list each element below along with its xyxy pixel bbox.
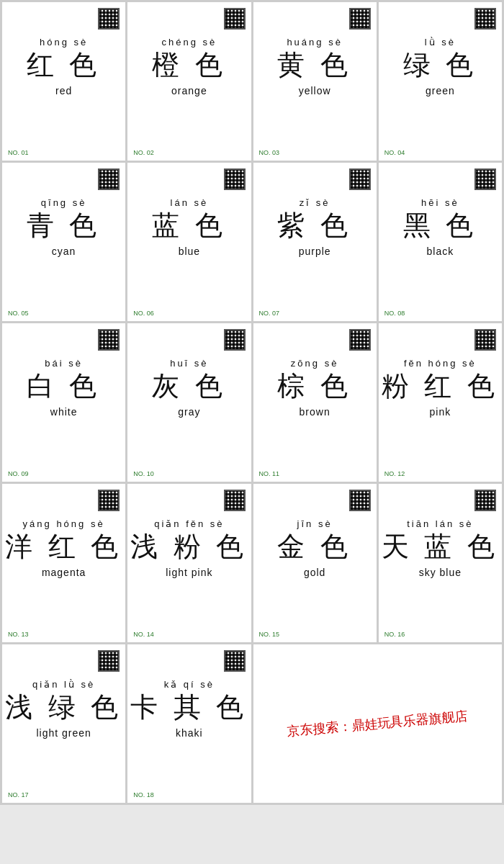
- color-card-13: yáng hóng sè 洋 红 色 magenta NO. 13: [2, 484, 125, 642]
- pinyin-text: jīn sè: [297, 518, 333, 529]
- card-number: NO. 02: [133, 149, 154, 156]
- qr-code: [224, 329, 246, 351]
- hanzi-text: 浅 绿 色: [5, 693, 122, 723]
- pinyin-text: kǎ qí sè: [164, 679, 215, 690]
- hanzi-text: 金 色: [277, 532, 352, 562]
- qr-code: [474, 329, 496, 351]
- card-number: NO. 01: [8, 149, 29, 156]
- english-text: light green: [36, 727, 91, 739]
- color-card-15: jīn sè 金 色 gold NO. 15: [253, 484, 377, 642]
- qr-code: [98, 650, 120, 672]
- color-card-5: qīng sè 青 色 cyan NO. 05: [2, 163, 125, 321]
- english-text: red: [55, 85, 72, 96]
- pinyin-text: zǐ sè: [300, 197, 330, 208]
- qr-code: [349, 490, 371, 511]
- qr-code: [98, 490, 120, 511]
- color-card-11: zōng sè 棕 色 brown NO. 11: [253, 323, 377, 482]
- pinyin-text: huī sè: [170, 358, 208, 369]
- qr-code: [224, 8, 246, 30]
- card-number: NO. 15: [259, 631, 280, 638]
- qr-code: [98, 8, 120, 30]
- hanzi-text: 红 色: [27, 50, 102, 81]
- english-text: light pink: [166, 567, 212, 578]
- color-card-6: lán sè 蓝 色 blue NO. 06: [127, 163, 251, 321]
- hanzi-text: 白 色: [27, 372, 102, 402]
- color-card-7: zǐ sè 紫 色 purple NO. 07: [253, 163, 377, 321]
- english-text: black: [427, 246, 454, 257]
- qr-code: [98, 168, 120, 190]
- card-number: NO. 11: [259, 470, 280, 477]
- card-number: NO. 14: [133, 631, 154, 638]
- color-card-12: fěn hóng sè 粉 红 色 pink NO. 12: [379, 323, 502, 482]
- pinyin-text: fěn hóng sè: [404, 358, 477, 369]
- english-text: cyan: [52, 246, 76, 257]
- english-text: green: [426, 85, 455, 96]
- hanzi-text: 卡 其 色: [130, 693, 248, 723]
- qr-code: [349, 168, 371, 190]
- pinyin-text: bái sè: [45, 358, 83, 369]
- color-card-18: kǎ qí sè 卡 其 色 khaki NO. 18: [127, 644, 251, 803]
- english-text: orange: [171, 85, 207, 96]
- pinyin-text: yáng hóng sè: [23, 518, 105, 529]
- pinyin-text: zōng sè: [291, 358, 339, 369]
- pinyin-text: lán sè: [171, 197, 209, 208]
- hanzi-text: 天 蓝 色: [382, 532, 499, 562]
- card-number: NO. 07: [259, 310, 280, 317]
- card-number: NO. 04: [384, 149, 405, 156]
- card-number: NO. 16: [384, 631, 405, 638]
- english-text: sky blue: [419, 567, 462, 578]
- pinyin-text: chéng sè: [161, 37, 217, 48]
- english-text: gray: [178, 406, 200, 418]
- color-card-4: lǜ sè 绿 色 green NO. 04: [379, 2, 502, 161]
- card-number: NO. 09: [8, 470, 29, 477]
- qr-code: [349, 329, 371, 351]
- hanzi-text: 青 色: [27, 211, 102, 241]
- qr-code: [98, 329, 120, 351]
- pinyin-text: qīng sè: [41, 197, 87, 208]
- english-text: magenta: [42, 567, 86, 578]
- hanzi-text: 黄 色: [277, 50, 352, 81]
- color-card-2: chéng sè 橙 色 orange NO. 02: [127, 2, 251, 161]
- hanzi-text: 黑 色: [403, 211, 478, 241]
- card-number: NO. 13: [8, 631, 29, 638]
- qr-code: [474, 168, 496, 190]
- watermark-cell: 京东搜索：鼎娃玩具乐器旗舰店: [253, 644, 503, 803]
- qr-code: [349, 8, 371, 30]
- card-grid: hóng sè 红 色 red NO. 01 chéng sè 橙 色 oran…: [0, 0, 504, 805]
- hanzi-text: 灰 色: [152, 372, 227, 402]
- qr-code: [224, 650, 246, 672]
- color-card-17: qiǎn lǜ sè 浅 绿 色 light green NO. 17: [2, 644, 125, 803]
- watermark-text: 京东搜索：鼎娃玩具乐器旗舰店: [286, 703, 469, 744]
- hanzi-text: 浅 粉 色: [130, 532, 248, 562]
- hanzi-text: 蓝 色: [152, 211, 227, 241]
- qr-code: [474, 8, 496, 30]
- english-text: khaki: [176, 727, 203, 739]
- card-number: NO. 10: [133, 470, 154, 477]
- pinyin-text: tiān lán sè: [407, 518, 473, 529]
- pinyin-text: huáng sè: [287, 37, 343, 48]
- card-number: NO. 18: [133, 791, 154, 798]
- english-text: white: [50, 406, 78, 418]
- card-number: NO. 05: [8, 310, 29, 317]
- color-card-1: hóng sè 红 色 red NO. 01: [2, 2, 125, 161]
- hanzi-text: 棕 色: [277, 372, 352, 402]
- pinyin-text: hóng sè: [40, 37, 88, 48]
- pinyin-text: qiǎn fěn sè: [154, 518, 224, 529]
- card-number: NO. 06: [133, 310, 154, 317]
- card-number: NO. 17: [8, 791, 29, 798]
- hanzi-text: 粉 红 色: [382, 372, 499, 402]
- english-text: gold: [304, 567, 325, 578]
- color-card-16: tiān lán sè 天 蓝 色 sky blue NO. 16: [379, 484, 502, 642]
- card-number: NO. 12: [384, 470, 405, 477]
- pinyin-text: qiǎn lǜ sè: [32, 679, 95, 690]
- pinyin-text: lǜ sè: [425, 37, 456, 48]
- qr-code: [224, 168, 246, 190]
- english-text: pink: [430, 406, 451, 418]
- qr-code: [224, 490, 246, 511]
- color-card-8: hēi sè 黑 色 black NO. 08: [379, 163, 502, 321]
- hanzi-text: 橙 色: [152, 50, 227, 81]
- hanzi-text: 绿 色: [403, 50, 478, 81]
- color-card-10: huī sè 灰 色 gray NO. 10: [127, 323, 251, 482]
- card-number: NO. 03: [259, 149, 280, 156]
- qr-code: [474, 490, 496, 511]
